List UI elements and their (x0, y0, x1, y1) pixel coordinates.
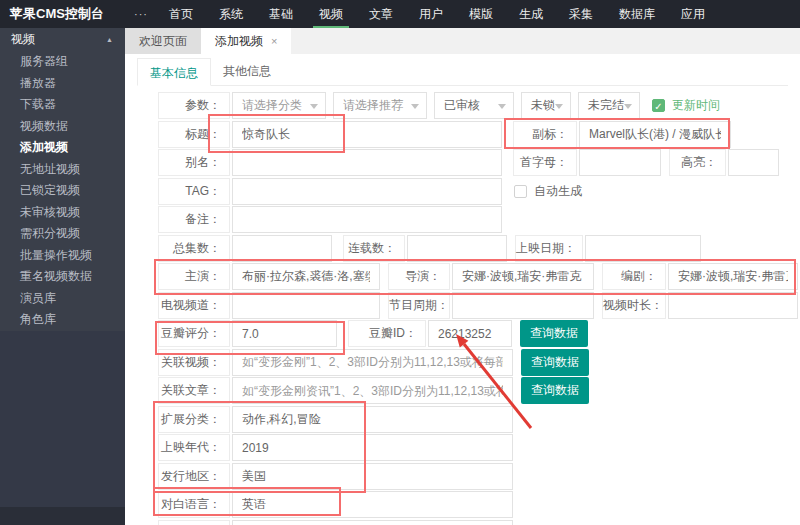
initial-input[interactable] (579, 149, 661, 176)
sidebar-item-no-address-video[interactable]: 无地址视频 (0, 159, 125, 181)
highlight-input[interactable] (728, 149, 779, 176)
director-input[interactable] (452, 263, 594, 290)
content-panel: 基本信息 其他信息 参数： 请选择分类 请选择推荐 已审核 未锁 未完结 ✓ 更… (125, 54, 800, 525)
ext-class-input[interactable] (232, 406, 513, 433)
duration-input[interactable] (668, 292, 798, 319)
tab-basic-info[interactable]: 基本信息 (137, 58, 211, 86)
related-video-input[interactable] (232, 349, 513, 376)
nav-item-basic[interactable]: 基础 (256, 0, 306, 28)
nav-item-user[interactable]: 用户 (406, 0, 456, 28)
collapse-up-icon: ▲ (106, 36, 113, 43)
nav-item-generate[interactable]: 生成 (506, 0, 556, 28)
nav-item-template[interactable]: 模版 (456, 0, 506, 28)
lock-status-select[interactable]: 未锁 (521, 92, 571, 119)
update-time-checkbox[interactable]: ✓ (652, 99, 665, 112)
alias-row: 别名： 首字母： 高亮： (158, 149, 800, 176)
params-label: 参数： (158, 92, 230, 119)
check-icon: ✓ (654, 101, 662, 112)
topbar: 苹果CMS控制台 ··· 首页 系统 基础 视频 文章 用户 模版 生成 采集 … (0, 0, 800, 28)
language-input[interactable] (232, 491, 513, 518)
sidebar-item-add-video[interactable]: 添加视频 (0, 137, 125, 159)
tab-other-info[interactable]: 其他信息 (211, 57, 283, 85)
review-status-value: 已审核 (444, 98, 480, 112)
nav-item-article[interactable]: 文章 (356, 0, 406, 28)
query-related-video-button[interactable]: 查询数据 (521, 349, 589, 376)
sidebar-section-label: 视频 (11, 31, 35, 48)
tab-welcome-page[interactable]: 欢迎页面 (125, 28, 201, 54)
nav-item-home[interactable]: 首页 (156, 0, 206, 28)
sidebar: 视频 ▲ 服务器组 播放器 下载器 视频数据 添加视频 无地址视频 已锁定视频 … (0, 28, 125, 525)
title-input[interactable] (232, 121, 502, 148)
clipped-row (158, 520, 800, 525)
sidebar-item-player[interactable]: 播放器 (0, 73, 125, 95)
sidebar-item-actor-library[interactable]: 演员库 (0, 288, 125, 310)
sidebar-item-downloader[interactable]: 下载器 (0, 94, 125, 116)
sidebar-filler (0, 331, 125, 508)
lock-status-value: 未锁 (531, 98, 555, 112)
subtitle-label: 副标： (513, 121, 577, 148)
chevron-down-icon (411, 104, 419, 109)
related-video-row: 关联视频： 查询数据 (158, 349, 800, 376)
episodes-input[interactable] (232, 235, 332, 262)
nav-item-app[interactable]: 应用 (668, 0, 718, 28)
writer-input[interactable] (668, 263, 798, 290)
sidebar-item-server-group[interactable]: 服务器组 (0, 51, 125, 73)
query-related-article-button[interactable]: 查询数据 (521, 377, 589, 404)
tab-add-video[interactable]: 添加视频× (201, 28, 291, 54)
episodes-label: 总集数： (158, 235, 230, 262)
chevron-down-icon (555, 104, 563, 109)
nav-item-video[interactable]: 视频 (306, 0, 356, 28)
category-select[interactable]: 请选择分类 (232, 92, 326, 119)
language-label: 对白语言： (158, 491, 230, 518)
sidebar-item-role-library[interactable]: 角色库 (0, 309, 125, 331)
tab-add-video-label: 添加视频 (215, 34, 263, 48)
nav-item-collect[interactable]: 采集 (556, 0, 606, 28)
sidebar-item-points-video[interactable]: 需积分视频 (0, 223, 125, 245)
clipped-field-input[interactable] (232, 520, 513, 525)
query-douban-button[interactable]: 查询数据 (520, 320, 588, 347)
serial-input[interactable] (407, 235, 507, 262)
tv-channel-input[interactable] (232, 292, 380, 319)
sidebar-item-video-data[interactable]: 视频数据 (0, 116, 125, 138)
finish-status-value: 未完结 (588, 98, 624, 112)
related-article-input[interactable] (232, 377, 513, 404)
tv-row: 电视频道： 节目周期： 视频时长： (158, 292, 800, 319)
year-input[interactable] (232, 434, 513, 461)
close-icon[interactable]: × (271, 35, 277, 47)
sidebar-section-video[interactable]: 视频 ▲ (0, 28, 125, 51)
sidebar-item-batch-video[interactable]: 批量操作视频 (0, 245, 125, 267)
douban-id-input[interactable] (428, 320, 512, 347)
related-video-label: 关联视频： (158, 349, 230, 376)
area-label: 发行地区： (158, 463, 230, 490)
program-cycle-input[interactable] (452, 292, 594, 319)
area-input[interactable] (232, 463, 513, 490)
subtitle-input[interactable] (579, 121, 731, 148)
tag-input[interactable] (232, 178, 502, 205)
nav-item-database[interactable]: 数据库 (606, 0, 668, 28)
review-status-select[interactable]: 已审核 (434, 92, 514, 119)
douban-row: 豆瓣评分： 豆瓣ID： 查询数据 (158, 320, 800, 347)
finish-status-select[interactable]: 未完结 (578, 92, 640, 119)
sidebar-footer (0, 507, 125, 525)
douban-score-label: 豆瓣评分： (158, 320, 230, 347)
chevron-down-icon (624, 104, 632, 109)
auto-generate-label: 自动生成 (534, 183, 582, 200)
more-menu-icon[interactable]: ··· (126, 8, 156, 20)
release-date-input[interactable] (585, 235, 701, 262)
recommend-select[interactable]: 请选择推荐 (333, 92, 427, 119)
sidebar-item-unreviewed-video[interactable]: 未审核视频 (0, 202, 125, 224)
douban-score-input[interactable] (232, 320, 337, 347)
note-input[interactable] (232, 206, 502, 233)
douban-id-label: 豆瓣ID： (348, 320, 426, 347)
director-label: 导演： (388, 263, 450, 290)
sidebar-item-locked-video[interactable]: 已锁定视频 (0, 180, 125, 202)
starring-input[interactable] (232, 263, 380, 290)
chevron-down-icon (498, 104, 506, 109)
auto-generate-checkbox[interactable] (514, 185, 527, 198)
year-row: 上映年代： (158, 434, 800, 461)
program-cycle-label: 节目周期： (388, 292, 450, 319)
alias-input[interactable] (232, 149, 502, 176)
nav-item-system[interactable]: 系统 (206, 0, 256, 28)
sidebar-item-duplicate-video[interactable]: 重名视频数据 (0, 266, 125, 288)
initial-label: 首字母： (513, 149, 577, 176)
